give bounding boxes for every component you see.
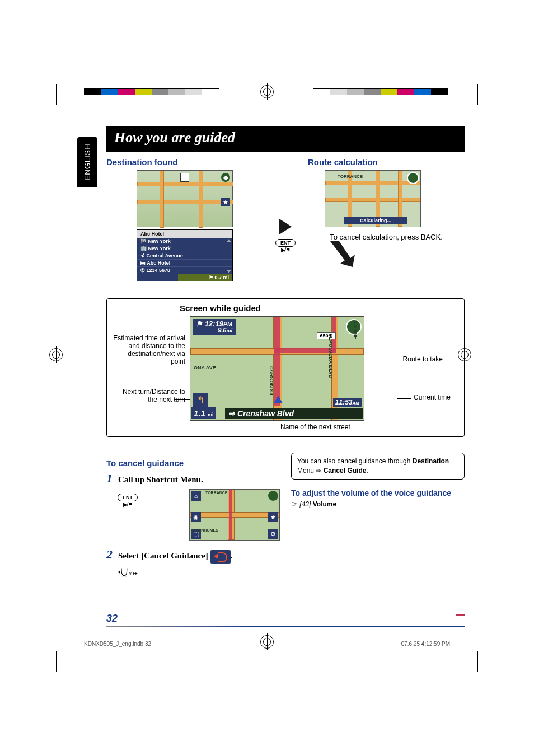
page-number: 32 xyxy=(106,613,118,624)
card-row: 🛏 Abc Hotel xyxy=(137,260,232,267)
destination-map-thumb: ◆ ★ xyxy=(137,170,233,227)
step-text: Select [Cancel Guidance] . xyxy=(118,550,232,564)
map-area-label: TORRANCE xyxy=(205,491,228,495)
svg-text:∨: ∨ xyxy=(129,570,132,575)
colorbar-left xyxy=(84,88,219,95)
corner-icon: ◉ xyxy=(191,512,201,522)
registration-mark-top xyxy=(260,85,274,98)
step-number: 1 xyxy=(106,471,113,486)
compass-icon xyxy=(407,172,419,184)
scroll-up-icon xyxy=(227,239,231,242)
calculating-label: Calculating... xyxy=(344,217,407,224)
next-street-bar: ⇨ Crenshaw Blvd xyxy=(225,408,363,419)
card-distance: 0.7 mi xyxy=(214,275,229,280)
compass-icon xyxy=(268,491,278,501)
crop-mark-bottom-right xyxy=(457,651,478,672)
next-turn-label: Next turn/Distance to the next turn xyxy=(113,388,185,403)
card-row: 🏁 New York xyxy=(137,238,232,245)
street-label: ONA AVE xyxy=(194,365,216,370)
card-row: 🏢 New York xyxy=(137,245,232,252)
corner-icon: ⚙ xyxy=(268,529,278,539)
star-icon: ★ xyxy=(221,198,230,206)
svg-text:◂: ◂ xyxy=(118,569,120,575)
shortcut-menu-map: ⌂ ◉ ★ ⬚ ⚙ TORRANCE TOWNHOMES xyxy=(189,489,280,541)
registration-mark-bottom xyxy=(260,635,274,649)
guided-left-labels: Estimated time of arrival and distance t… xyxy=(113,334,185,403)
step-1: 1 Call up Shortcut Menu. xyxy=(106,471,280,486)
cancel-calc-text: To cancel calculation, press BACK. xyxy=(308,233,465,241)
street-label: NADINE xyxy=(353,320,358,340)
route-calculation-section: Route calculation TORRANCE Calculating..… xyxy=(308,152,465,283)
right-arrow-icon xyxy=(279,219,292,234)
ent-control[interactable]: ENT ▶/⚑ xyxy=(118,491,138,508)
page-title: How you are guided xyxy=(106,126,465,152)
colorbar-right xyxy=(313,88,448,95)
cancel-guidance-icon xyxy=(210,550,231,564)
page-footer: 32 xyxy=(106,613,465,627)
step-number: 2 xyxy=(106,547,113,562)
hand-icon: ☞ xyxy=(291,500,298,508)
turn-icon: ↰ xyxy=(193,393,208,407)
calculation-map: TORRANCE Calculating... xyxy=(325,170,421,227)
destination-info-card: Abc Hotel 🏁 New York 🏢 New York ⊀ Centra… xyxy=(137,229,233,281)
eta-badge: ⚑ 12:19PM 9.6mi xyxy=(193,319,236,335)
page-content: How you are guided Destination found ◆ ★… xyxy=(106,126,465,581)
volume-heading: To adjust the volume of the voice guidan… xyxy=(291,489,465,497)
compass-icon: ◆ xyxy=(221,173,230,182)
turn-distance-badge: 1.1 mi xyxy=(191,407,216,419)
corner-icon: ⌂ xyxy=(191,491,201,501)
route-calculation-heading: Route calculation xyxy=(308,157,465,167)
play-icon: ▶/⚑ xyxy=(275,247,296,253)
volume-ref: ☞ [43] Volume xyxy=(291,500,465,508)
down-right-arrow-icon xyxy=(330,241,356,267)
route-to-take-label: Route to take xyxy=(403,355,443,363)
cancel-guidance-heading: To cancel guidance xyxy=(106,458,280,468)
card-row: ✆ 1234 5678 xyxy=(137,267,232,274)
flow-middle: ENT ▶/⚑ xyxy=(269,152,302,283)
print-file: KDNXD505_J_eng.indb 32 xyxy=(84,641,151,647)
street-label: CARSON ST xyxy=(269,366,274,396)
current-time-label: Current time xyxy=(414,393,451,401)
destination-found-heading: Destination found xyxy=(106,157,263,167)
tip-box: You can also cancel guidance through Des… xyxy=(291,453,465,480)
guided-heading: Screen while guided xyxy=(113,303,458,313)
step-text: Call up Shortcut Menu. xyxy=(118,475,203,485)
clock-badge: 11:53AM xyxy=(333,398,362,407)
guided-map: ⚑ 12:19PM 9.6mi 650 ft CARSON ST SEPULVE… xyxy=(190,316,364,421)
street-label: SEPULVEDA BLVD xyxy=(328,334,334,378)
home-icon xyxy=(180,173,189,182)
tips-column: You can also cancel guidance through Des… xyxy=(291,453,465,581)
map-bottom-label: TOWNHOMES xyxy=(192,528,218,532)
down-control-icon: ◂∨▸▸ xyxy=(118,567,280,581)
step-2: 2 Select [Cancel Guidance] . xyxy=(106,547,280,564)
svg-text:▸▸: ▸▸ xyxy=(133,570,138,575)
car-icon xyxy=(274,396,283,403)
crop-mark-bottom-left xyxy=(56,651,77,672)
print-timestamp: 07.6.25 4:12:59 PM xyxy=(401,641,450,647)
area-label: TORRANCE xyxy=(338,174,363,179)
ent-button[interactable]: ENT xyxy=(275,239,296,247)
card-title: Abc Hotel xyxy=(137,230,232,238)
scroll-down-icon xyxy=(227,270,231,273)
play-icon: ▶/⚑ xyxy=(118,501,138,508)
language-tab: ENGLISH xyxy=(77,137,97,187)
card-row: ⊀ Central Avenue xyxy=(137,252,232,260)
screen-while-guided-box: Screen while guided Estimated time of ar… xyxy=(106,298,465,437)
cancel-guidance-section: To cancel guidance 1 Call up Shortcut Me… xyxy=(106,453,280,581)
destination-found-section: Destination found ◆ ★ Abc Hotel 🏁 New Yo… xyxy=(106,152,263,283)
registration-mark-left xyxy=(49,348,63,361)
eta-label: Estimated time of arrival and distance t… xyxy=(113,334,185,365)
svg-marker-0 xyxy=(330,241,355,267)
star-icon: ★ xyxy=(268,512,278,522)
next-street-label: Name of the next street xyxy=(280,423,458,431)
